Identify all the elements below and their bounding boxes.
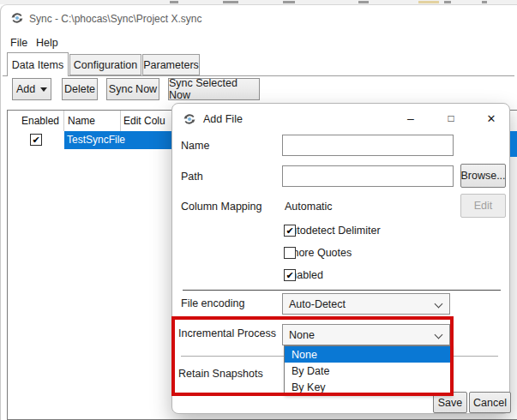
ignore-quotes-checkbox[interactable] xyxy=(284,247,296,259)
tab-parameters[interactable]: Parameters xyxy=(142,54,200,75)
file-encoding-label: File encoding xyxy=(181,297,244,309)
option-by-key[interactable]: By Key xyxy=(285,379,451,395)
autodetect-delimiter-label: Autodetect Delimiter xyxy=(284,225,381,237)
edit-button[interactable]: Edit xyxy=(460,194,506,218)
menu-help[interactable]: Help xyxy=(33,35,62,51)
selected-row-peek xyxy=(510,131,517,157)
column-mapping-value: Automatic xyxy=(285,201,333,213)
path-input[interactable] xyxy=(282,165,454,187)
section-divider xyxy=(183,290,501,291)
checkmark-icon: ✔ xyxy=(32,135,39,145)
browse-button[interactable]: Browse... xyxy=(460,164,506,188)
background-artifact xyxy=(444,1,451,3)
tab-configuration[interactable]: Configuration xyxy=(69,54,141,75)
add-file-dialog: Add File – □ ✕ Name Path Browse... Colum… xyxy=(171,103,510,414)
background-artifact xyxy=(170,1,178,3)
maximize-icon[interactable]: □ xyxy=(435,105,467,131)
add-button[interactable]: Add xyxy=(12,78,51,100)
name-label: Name xyxy=(181,140,209,152)
file-encoding-value: Auto-Detect xyxy=(289,298,346,310)
file-encoding-dropdown[interactable]: Auto-Detect xyxy=(282,293,450,315)
background-artifact xyxy=(482,1,487,3)
background-artifact xyxy=(223,1,238,3)
retain-snapshots-label: Retain Snapshots xyxy=(178,368,263,380)
cancel-button[interactable]: Cancel xyxy=(469,392,511,413)
ignore-quotes-row: Ignore Quotes xyxy=(284,246,352,260)
enabled-row: ✔ Enabled xyxy=(284,268,323,282)
row-enabled-checkbox[interactable]: ✔ xyxy=(30,134,42,146)
menu-file[interactable]: File xyxy=(7,35,31,51)
enabled-checkbox[interactable]: ✔ xyxy=(284,269,296,281)
column-header-enabled[interactable]: Enabled xyxy=(8,111,64,131)
add-button-label: Add xyxy=(16,83,35,95)
row-name-cell: TestSyncFile xyxy=(67,134,125,146)
dropdown-arrow-icon xyxy=(40,87,47,92)
background-artifact xyxy=(283,1,295,3)
sync-app-icon xyxy=(183,112,196,126)
incremental-process-options-list: None By Date By Key xyxy=(284,345,452,395)
option-by-date[interactable]: By Date xyxy=(285,363,451,379)
background-artifact xyxy=(418,1,439,3)
option-none[interactable]: None xyxy=(285,346,451,363)
name-input[interactable] xyxy=(282,135,454,156)
delete-button[interactable]: Delete xyxy=(62,78,98,100)
tab-divider xyxy=(3,75,514,76)
incremental-process-value: None xyxy=(289,329,315,341)
autodetect-delimiter-checkbox[interactable]: ✔ xyxy=(284,225,296,237)
column-mapping-label: Column Mapping xyxy=(181,201,262,213)
sync-app-icon xyxy=(10,11,24,25)
minimize-icon[interactable]: – xyxy=(394,105,427,131)
path-label: Path xyxy=(181,171,203,183)
tab-data-items[interactable]: Data Items xyxy=(7,52,69,76)
sync-now-button[interactable]: Sync Now xyxy=(106,78,159,100)
checkmark-icon: ✔ xyxy=(286,271,293,280)
sync-selected-now-button[interactable]: Sync Selected Now xyxy=(168,78,260,100)
incremental-process-label: Incremental Process xyxy=(178,327,276,339)
chevron-down-icon xyxy=(435,331,443,339)
incremental-process-dropdown[interactable]: None xyxy=(282,324,450,345)
autodetect-delimiter-row: ✔ Autodetect Delimiter xyxy=(284,224,381,237)
background-artifact xyxy=(358,1,369,3)
column-header-name[interactable]: Name xyxy=(64,111,121,131)
close-icon[interactable]: ✕ xyxy=(475,105,508,131)
chevron-down-icon xyxy=(435,300,443,309)
dialog-title: Add File xyxy=(203,113,243,125)
window-title: Sync - C:\phocas\Sync\Project X.sync xyxy=(29,13,201,25)
checkmark-icon: ✔ xyxy=(286,226,293,236)
